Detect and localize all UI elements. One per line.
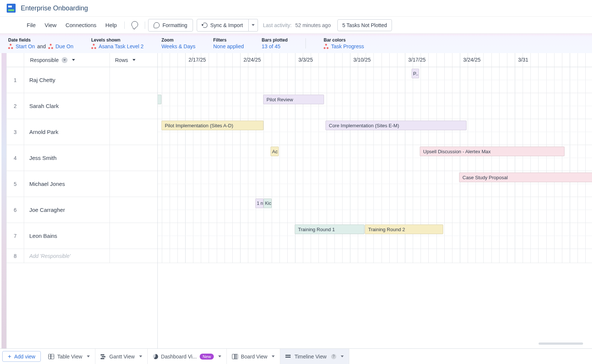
cfg-due-on[interactable]: Due On: [56, 43, 73, 49]
row-responsible[interactable]: Jess Smith: [24, 145, 110, 171]
cfg-zoom-value[interactable]: Weeks & Days: [161, 43, 196, 49]
asana-icon: [324, 44, 329, 49]
add-responsible-placeholder[interactable]: Add 'Responsible': [24, 249, 110, 263]
cfg-label: Date fields: [8, 37, 73, 43]
tab-table-view[interactable]: Table View: [43, 349, 95, 364]
add-view-label: Add view: [14, 354, 35, 360]
add-view-button[interactable]: + Add view: [2, 351, 41, 362]
grid-row[interactable]: 1 Raj Chetty: [7, 67, 157, 93]
grid-row[interactable]: 4 Jess Smith: [7, 145, 157, 171]
grid-row[interactable]: 6 Joe Carragher: [7, 197, 157, 223]
formatting-label: Formatting: [163, 22, 187, 28]
sync-import-dropdown[interactable]: [249, 19, 258, 32]
left-gradient-edge: [1, 53, 7, 348]
tab-label: Table View: [57, 354, 82, 360]
grid-row[interactable]: 7 Leon Bains: [7, 223, 157, 249]
cfg-bar-colors-value[interactable]: Task Progress: [331, 43, 364, 49]
task-bar[interactable]: [158, 95, 161, 104]
timeline-row[interactable]: [158, 249, 592, 263]
row-number: 3: [7, 119, 24, 145]
timeline-row[interactable]: Ac Upsell Discussion - Alertex Max: [158, 145, 592, 171]
task-bar[interactable]: Core Implementation (Sites E-M): [326, 121, 467, 130]
tasks-not-plotted-button[interactable]: 5 Tasks Not Plotted: [337, 19, 392, 31]
menu-help[interactable]: Help: [101, 20, 121, 30]
row-responsible[interactable]: Michael Jones: [24, 171, 110, 197]
grid-row[interactable]: 2 Sarah Clark: [7, 93, 157, 119]
caret-down-icon: [72, 59, 75, 61]
board-icon: [232, 354, 238, 359]
horizontal-scrollbar[interactable]: [539, 342, 583, 345]
tab-timeline-view[interactable]: Timeline View ?: [280, 349, 349, 364]
tab-gantt-view[interactable]: Gantt View: [95, 349, 148, 364]
task-bar[interactable]: Case Study Proposal: [459, 173, 592, 182]
timeline-row[interactable]: P...: [158, 67, 592, 93]
row-extra: [110, 145, 157, 171]
separator: [305, 38, 306, 49]
cfg-bars-plotted[interactable]: Bars plotted 13 of 45: [262, 37, 288, 49]
menu-view[interactable]: View: [40, 20, 61, 30]
caret-down-icon: [133, 59, 135, 61]
formatting-button[interactable]: Formatting: [148, 19, 193, 32]
col-responsible-header[interactable]: Responsible: [24, 53, 110, 67]
chevron-down-icon: [62, 57, 68, 63]
cfg-levels-value[interactable]: Asana Task Level 2: [99, 43, 144, 49]
row-responsible[interactable]: Arnold Park: [24, 119, 110, 145]
date-col: 3/17/25: [408, 57, 426, 63]
timeline-panel[interactable]: 2/17/25 2/24/25 3/3/25 3/10/25 3/17/25 3…: [158, 53, 592, 348]
cfg-date-fields[interactable]: Date fields Start On and Due On: [8, 37, 73, 49]
timeline-body: P... Pilot Review Pilot Implementation (…: [158, 67, 592, 263]
task-bar[interactable]: Kic: [264, 199, 272, 208]
tab-dashboard-view[interactable]: Dashboard Vi... New: [148, 349, 227, 364]
cfg-label: Filters: [213, 37, 244, 43]
app-logo-icon: [7, 4, 16, 13]
comments-button[interactable]: [128, 20, 142, 30]
project-title[interactable]: Enterprise Onboarding: [21, 4, 88, 12]
asana-icon: [91, 44, 97, 49]
cfg-filters-value[interactable]: None applied: [213, 43, 244, 49]
cfg-label: Bar colors: [324, 37, 364, 43]
task-bar[interactable]: Training Round 1: [295, 224, 364, 234]
grid-row[interactable]: 3 Arnold Park: [7, 119, 157, 145]
timeline-row[interactable]: 1 n Kic: [158, 197, 592, 223]
timeline-row[interactable]: Case Study Proposal: [158, 171, 592, 197]
cfg-filters[interactable]: Filters None applied: [213, 37, 244, 49]
task-bar[interactable]: 1 n: [255, 199, 264, 208]
plus-icon: +: [8, 354, 11, 360]
footer-tabs: + Add view Table View Gantt View Dashboa…: [0, 348, 592, 364]
sync-import-button[interactable]: Sync & Import: [197, 19, 249, 32]
cfg-bars-plotted-value[interactable]: 13 of 45: [262, 43, 281, 49]
task-bar[interactable]: Pilot Implementation (Sites A-D): [161, 121, 264, 130]
date-col: 3/3/25: [298, 57, 313, 63]
timeline-row[interactable]: Pilot Implementation (Sites A-D) Core Im…: [158, 119, 592, 145]
task-bar[interactable]: P...: [412, 69, 419, 78]
date-col: 3/10/25: [353, 57, 371, 63]
row-responsible[interactable]: Raj Chetty: [24, 67, 110, 93]
grid-row-empty[interactable]: 8 Add 'Responsible': [7, 249, 157, 263]
chevron-down-icon: [218, 355, 221, 357]
tab-board-view[interactable]: Board View: [227, 349, 280, 364]
task-bar[interactable]: Ac: [271, 147, 279, 156]
chat-icon: [131, 21, 138, 28]
row-responsible[interactable]: Leon Bains: [24, 223, 110, 249]
help-icon[interactable]: ?: [331, 354, 336, 359]
task-bar[interactable]: Upsell Discussion - Alertex Max: [420, 147, 565, 156]
grid-row[interactable]: 5 Michael Jones: [7, 171, 157, 197]
row-number: 6: [7, 197, 24, 223]
timeline-row[interactable]: Pilot Review: [158, 93, 592, 119]
row-number: 5: [7, 171, 24, 197]
header-bar: Enterprise Onboarding: [0, 0, 592, 17]
cfg-bar-colors[interactable]: Bar colors Task Progress: [324, 37, 364, 49]
row-extra: [110, 67, 157, 93]
row-responsible[interactable]: Sarah Clark: [24, 93, 110, 119]
col-rows-header[interactable]: Rows: [110, 53, 157, 67]
dashboard-icon: [153, 354, 158, 359]
task-bar[interactable]: Training Round 2: [365, 224, 443, 234]
menu-file[interactable]: File: [22, 20, 40, 30]
row-responsible[interactable]: Joe Carragher: [24, 197, 110, 223]
timeline-row[interactable]: Training Round 1 Training Round 2: [158, 223, 592, 249]
menu-connections[interactable]: Connections: [61, 20, 101, 30]
cfg-levels[interactable]: Levels shown Asana Task Level 2: [91, 37, 144, 49]
task-bar[interactable]: Pilot Review: [263, 95, 324, 104]
cfg-zoom[interactable]: Zoom Weeks & Days: [161, 37, 196, 49]
cfg-start-on[interactable]: Start On: [16, 43, 35, 49]
